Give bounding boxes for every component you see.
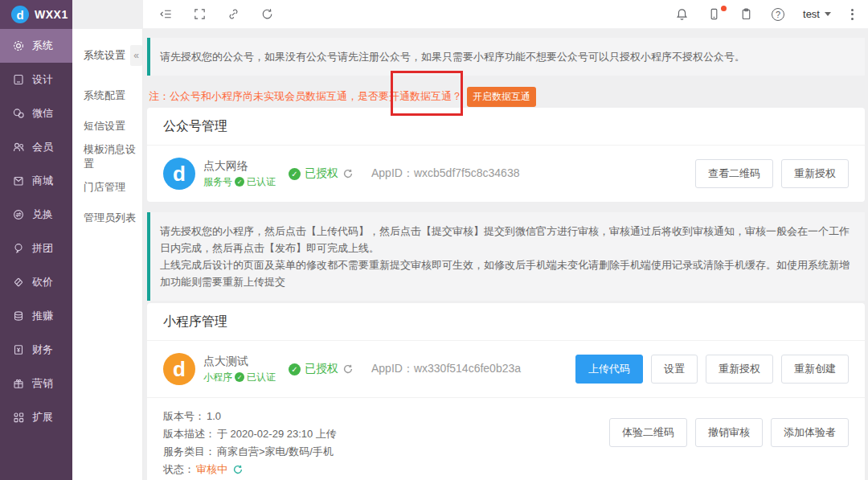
- enable-data-sync-button[interactable]: 开启数据互通: [467, 87, 536, 107]
- sidebar-item-label: 设计: [32, 72, 53, 87]
- refresh-status-icon[interactable]: [232, 464, 244, 475]
- exchange-icon: [12, 208, 25, 221]
- refresh-auth-icon[interactable]: [342, 168, 354, 179]
- sidebar-item-marketing[interactable]: 营销: [0, 367, 72, 400]
- reauthorize-button[interactable]: 重新授权: [706, 355, 773, 384]
- authorized-check-icon: [289, 168, 301, 180]
- submenu-item-template-message[interactable]: 模板消息设置: [84, 142, 142, 172]
- topbar: test: [143, 0, 868, 29]
- app-window: d WXX1 系统 设计 微信 会员 商城 兑换 拼团: [0, 0, 868, 480]
- sidebar-item-mall[interactable]: 商城: [0, 164, 72, 198]
- sidebar-item-members[interactable]: 会员: [0, 130, 72, 164]
- note-text: 注：公众号和小程序尚未实现会员数据互通，是否要开通数据互通？: [149, 89, 462, 104]
- sidebar-item-label: 扩展: [32, 410, 53, 425]
- cancel-review-button[interactable]: 撤销审核: [695, 418, 763, 447]
- design-icon: [12, 73, 25, 86]
- sidebar-item-extension[interactable]: 扩展: [0, 400, 72, 434]
- submenu-item-store-management[interactable]: 门店管理: [84, 172, 142, 203]
- version-desc-value: 于 2020-02-29 23:10 上传: [217, 425, 337, 443]
- reauthorize-button[interactable]: 重新授权: [781, 159, 849, 188]
- submenu-item-sms-settings[interactable]: 短信设置: [84, 111, 142, 142]
- submenu-header: 系统设置: [84, 48, 125, 63]
- sidebar-item-label: 拼团: [32, 241, 53, 256]
- secondary-sidebar: 系统设置 « 系统配置 短信设置 模板消息设置 门店管理 管理员列表: [72, 29, 143, 480]
- main-content: 请先授权您的公众号，如果没有公众号请先注册公众号，如果只需要小程序功能不想要公众…: [143, 29, 868, 480]
- sidebar-item-groupbuy[interactable]: 拼团: [0, 232, 72, 265]
- sidebar-item-label: 兑换: [32, 207, 53, 222]
- sidebar-item-label: 商城: [32, 174, 53, 188]
- appid-value: wxcb5df7f5c8c34638: [414, 166, 520, 179]
- brand-name: WXX1: [35, 8, 68, 21]
- notification-dot: [721, 6, 727, 11]
- bargain-icon: [12, 276, 25, 289]
- wechat-icon: [12, 107, 25, 120]
- recreate-button[interactable]: 重新创建: [781, 355, 849, 384]
- version-value: 1.0: [207, 408, 221, 425]
- verified-check-icon: [235, 372, 244, 382]
- official-account-logo: d: [163, 158, 195, 190]
- add-tester-button[interactable]: 添加体验者: [771, 418, 849, 447]
- data-sync-note: 注：公众号和小程序尚未实现会员数据互通，是否要开通数据互通？ 开启数据互通: [147, 87, 865, 106]
- mini-program-card: 小程序管理 d 点大测试 小程序 已认证 已授权: [147, 303, 865, 480]
- sidebar-item-label: 营销: [32, 376, 53, 391]
- mall-icon: [12, 174, 25, 187]
- submenu-item-system-config[interactable]: 系统配置: [84, 80, 142, 111]
- settings-button[interactable]: 设置: [651, 355, 698, 384]
- more-options-icon[interactable]: [850, 7, 855, 22]
- help-icon[interactable]: [772, 8, 784, 21]
- mini-program-tip-alert: 请先授权您的小程序，然后点击【上传代码】，然后点击【提交审核】提交到微信官方进行…: [147, 212, 865, 301]
- collapse-menu-button[interactable]: «: [130, 45, 142, 66]
- sidebar-item-bargain[interactable]: 砍价: [0, 265, 72, 299]
- version-label: 版本号：: [163, 408, 205, 425]
- mini-program-name: 点大测试: [203, 355, 276, 369]
- verified-label: 已认证: [247, 371, 276, 384]
- account-type-label: 服务号: [203, 175, 232, 189]
- brand-logo-icon: d: [11, 6, 29, 23]
- verified-label: 已认证: [247, 175, 276, 189]
- promote-icon: [12, 310, 25, 322]
- account-type-label: 小程序: [203, 371, 232, 384]
- alert-text-line2: 上线完成后设计的页面及菜单的修改都不需要重新提交审核即可生效，如修改后手机端未变…: [160, 256, 855, 290]
- official-account-tip-alert: 请先授权您的公众号，如果没有公众号请先注册公众号，如果只需要小程序功能不想要公众…: [147, 38, 865, 76]
- refresh-icon[interactable]: [260, 7, 274, 21]
- finance-icon: [12, 343, 25, 356]
- sidebar-item-label: 推赚: [32, 309, 53, 323]
- version-desc-label: 版本描述：: [163, 425, 215, 443]
- user-name: test: [803, 8, 820, 20]
- category-value: 商家自营>家电/数码/手机: [217, 443, 334, 461]
- brand-area[interactable]: d WXX1: [0, 0, 72, 29]
- official-account-name: 点大网络: [203, 159, 276, 174]
- fullscreen-icon[interactable]: [193, 7, 207, 21]
- fold-menu-icon[interactable]: [159, 7, 173, 21]
- alert-text-line1: 请先授权您的小程序，然后点击【上传代码】，然后点击【提交审核】提交到微信官方进行…: [160, 223, 855, 256]
- authorized-label: 已授权: [305, 362, 338, 376]
- submenu-item-admin-list[interactable]: 管理员列表: [84, 203, 142, 233]
- sidebar-item-system[interactable]: 系统: [0, 29, 72, 63]
- main-sidebar: d WXX1 系统 设计 微信 会员 商城 兑换 拼团: [0, 0, 72, 480]
- view-qrcode-button[interactable]: 查看二维码: [695, 159, 773, 188]
- status-badge: 审核中: [196, 461, 227, 478]
- sidebar-item-promote[interactable]: 推赚: [0, 299, 72, 333]
- extension-icon: [12, 411, 25, 424]
- upload-code-button[interactable]: 上传代码: [575, 355, 643, 384]
- alert-text: 请先授权您的公众号，如果没有公众号请先注册公众号，如果只需要小程序功能不想要公众…: [160, 51, 745, 63]
- link-icon[interactable]: [227, 7, 240, 21]
- authorized-check-icon: [289, 363, 301, 375]
- verified-check-icon: [235, 177, 244, 187]
- user-menu[interactable]: test: [803, 8, 831, 20]
- sidebar-item-label: 财务: [32, 343, 53, 357]
- mini-program-logo: d: [163, 353, 195, 385]
- refresh-auth-icon[interactable]: [342, 363, 354, 375]
- mobile-preview-icon[interactable]: [707, 7, 721, 21]
- sidebar-item-design[interactable]: 设计: [0, 63, 72, 96]
- appid-label: AppID：: [371, 362, 414, 375]
- groupbuy-icon: [12, 242, 25, 255]
- experience-qrcode-button[interactable]: 体验二维码: [609, 418, 687, 447]
- sidebar-item-exchange[interactable]: 兑换: [0, 198, 72, 232]
- sidebar-item-finance[interactable]: 财务: [0, 333, 72, 367]
- gear-icon: [12, 39, 25, 52]
- notification-bell-icon[interactable]: [675, 7, 689, 21]
- category-label: 服务类目：: [163, 443, 215, 461]
- sidebar-item-wechat[interactable]: 微信: [0, 96, 72, 130]
- clipboard-icon[interactable]: [739, 7, 753, 21]
